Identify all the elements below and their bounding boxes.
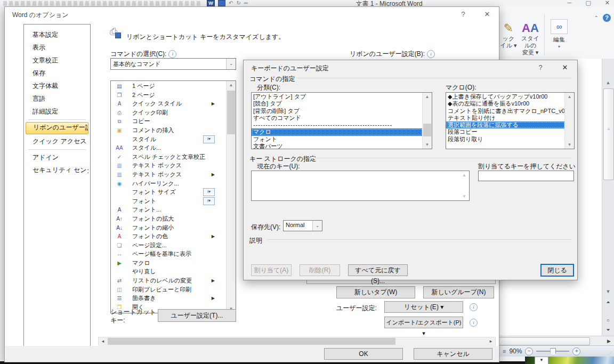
scroll-right-icon[interactable]: ▶ xyxy=(607,337,611,345)
command-row[interactable]: ▶マクロ xyxy=(111,258,227,268)
remove-button[interactable]: 削除(R) xyxy=(300,264,340,276)
command-row[interactable]: Aクイック スタイル▶ xyxy=(111,99,227,108)
command-row[interactable]: AAスタイル... xyxy=(111,143,227,152)
command-row[interactable]: フォント サイズI▾ xyxy=(111,188,227,197)
zoom-out-icon[interactable]: − xyxy=(525,347,533,355)
command-row[interactable]: ✓スペル チェックと文章校正 xyxy=(111,152,227,161)
dialog-help-button[interactable]: ? xyxy=(532,62,548,74)
close-button[interactable]: 閉じる xyxy=(540,264,574,277)
document-horizontal-scrollbar[interactable]: ▶ xyxy=(498,336,614,346)
list-divider-row[interactable]: ----------------------------------------… xyxy=(252,122,423,128)
command-row[interactable]: ❐2 ページ xyxy=(111,91,227,100)
undo-icon[interactable]: ↶ xyxy=(229,0,233,6)
sidebar-item[interactable]: 表示 xyxy=(26,42,88,53)
choose-commands-dropdown[interactable]: 基本的なコマンド ⌄ xyxy=(110,58,236,70)
category-row[interactable]: [アウトライン] タブ xyxy=(252,93,423,100)
next-page-icon[interactable]: ⏷ xyxy=(603,326,613,334)
macro-row[interactable]: ◆上書き保存してバックアップv10r00 xyxy=(446,93,565,100)
command-row[interactable]: ⇄リストのレベルの変更▶ xyxy=(111,276,227,285)
sidebar-item[interactable]: クイック アクセス ツール バー xyxy=(26,136,88,147)
sidebar-item[interactable]: 詳細設定 xyxy=(26,106,88,117)
assign-button[interactable]: 割り当て(A) xyxy=(251,264,292,276)
scroll-thumb[interactable] xyxy=(227,91,235,134)
command-row[interactable]: Aフォントの色▶ xyxy=(111,232,227,241)
minimize-ribbon-icon[interactable]: ⌃ xyxy=(594,15,599,21)
command-row[interactable]: ▥テキスト ボックス xyxy=(111,161,227,170)
outline-view-icon[interactable]: ≡ xyxy=(503,348,506,354)
command-row[interactable]: ▥テキスト ボックス▶ xyxy=(111,170,227,179)
zoom-in-icon[interactable]: + xyxy=(572,347,580,355)
close-window-button[interactable]: ✕ xyxy=(605,0,610,5)
sidebar-item[interactable]: 文章校正 xyxy=(26,55,88,66)
command-row[interactable]: ▤1 ページ xyxy=(111,82,227,91)
scroll-down-mini-icon[interactable]: ▼ xyxy=(535,357,548,364)
help-icon[interactable]: ? xyxy=(603,14,611,22)
sidebar-item[interactable]: 言語 xyxy=(26,93,88,104)
reset-button[interactable]: リセット(E) ▾ xyxy=(384,301,463,313)
command-row[interactable]: ↔ページ幅を基準に表示 xyxy=(111,249,227,258)
scroll-thumb[interactable] xyxy=(108,338,395,345)
zoom-slider[interactable] xyxy=(536,351,569,352)
command-row[interactable]: やり直し xyxy=(111,267,227,276)
editing-button[interactable]: ∞ 編集 ▾ xyxy=(547,19,571,50)
macro-row[interactable]: 選択範囲を段落に拡張する xyxy=(446,122,565,128)
ok-button[interactable]: OK xyxy=(324,348,403,360)
scroll-down-icon[interactable]: ▼ xyxy=(603,288,613,296)
category-row[interactable]: [背景の削除] タブ xyxy=(252,108,423,115)
resize-grip[interactable]: ⋰ xyxy=(608,351,613,355)
cancel-button[interactable]: キャンセル xyxy=(414,348,492,360)
macro-row[interactable]: テキスト貼り付け xyxy=(446,115,565,122)
minimize-button[interactable]: ─ xyxy=(568,0,572,5)
commands-list[interactable]: ▤1 ページ❐2 ページAクイック スタイル▶⎙クイック印刷⧉コピー▣コメントの… xyxy=(110,80,236,313)
macro-row[interactable]: コメントを別紙に書き出すマクロ_nPTC_v09r00 xyxy=(446,108,565,115)
command-row[interactable]: A↑フォントの拡大 xyxy=(111,214,227,223)
scroll-up-icon[interactable]: ▲ xyxy=(227,81,236,89)
sidebar-item[interactable]: 基本設定 xyxy=(26,29,88,41)
save-in-dropdown[interactable]: Normal ⌄ xyxy=(283,220,322,231)
qat-customize-icon[interactable]: ═ xyxy=(244,0,248,6)
word-app-icon[interactable]: W xyxy=(207,0,215,6)
current-keys-list[interactable]: ▲ ▼ xyxy=(251,171,470,201)
dialog-close-button[interactable]: ✕ xyxy=(557,62,573,74)
categories-scrollbar[interactable]: ▲ ▼ xyxy=(422,93,432,149)
save-icon[interactable] xyxy=(218,0,225,6)
maximize-button[interactable]: ▢ xyxy=(585,0,591,5)
categories-list[interactable]: [アウトライン] タブ[競合] タブ[背景の削除] タブすべてのコマンド----… xyxy=(251,92,432,149)
new-shortcut-key-input[interactable] xyxy=(478,171,574,181)
category-row[interactable]: [競合] タブ xyxy=(252,100,423,107)
command-row[interactable]: ❏ページ設定... xyxy=(111,241,227,250)
vertical-scrollbar[interactable]: ▲ ≡ ▼ ⏶ ○ ⏷ xyxy=(602,59,614,336)
category-row[interactable]: マクロ xyxy=(252,128,423,135)
dialog-close-button[interactable]: ✕ xyxy=(479,9,495,20)
vertical-scroll-thumb[interactable]: ≡ xyxy=(603,88,614,180)
command-row[interactable]: A↓フォントの縮小 xyxy=(111,223,227,232)
commands-list-scrollbar[interactable]: ▲ ▼ xyxy=(226,81,236,313)
command-row[interactable]: ▣コメントの挿入 xyxy=(111,126,227,135)
command-row[interactable]: ⧉コピー xyxy=(111,117,227,126)
category-row[interactable]: すべてのコマンド xyxy=(252,115,423,122)
command-row[interactable]: ◉ハイパーリンク... xyxy=(111,179,227,188)
sidebar-item[interactable]: リボンのユーザー設定 xyxy=(26,122,88,134)
macros-list[interactable]: ◆上書き保存してバックアップv10r00◆表の左端に通番を振るv10r00コメン… xyxy=(446,92,575,149)
sidebar-item[interactable]: 文字体裁 xyxy=(26,80,88,92)
new-group-button[interactable]: 新しいグループ(N) xyxy=(423,286,494,298)
sidebar-item[interactable]: 保存 xyxy=(26,68,88,79)
browse-object-icon[interactable]: ○ xyxy=(603,317,613,325)
reset-all-button[interactable]: すべて元に戻す(S)... xyxy=(348,264,408,276)
sidebar-item[interactable]: アドイン xyxy=(26,152,88,163)
scroll-up-icon[interactable]: ▲ xyxy=(565,93,574,101)
sidebar-item[interactable]: セキュリティ センター xyxy=(26,165,88,176)
category-row[interactable]: 文書パーツ xyxy=(252,143,423,149)
command-row[interactable]: フォントI▾ xyxy=(111,197,227,206)
scroll-up-icon[interactable]: ▲ xyxy=(603,79,613,87)
scroll-down-icon[interactable]: ▼ xyxy=(565,141,574,149)
import-export-button[interactable]: インポート/エクスポート(P) ▾ xyxy=(384,317,463,328)
command-row[interactable]: Aフォント... xyxy=(111,205,227,214)
scroll-down-icon[interactable]: ▼ xyxy=(423,141,432,149)
customize-keyboard-button[interactable]: ユーザー設定(T)... xyxy=(158,309,236,322)
dialog-help-button[interactable]: ? xyxy=(455,9,471,20)
scroll-left-icon[interactable]: ◂ xyxy=(99,337,107,345)
zoom-slider-thumb[interactable] xyxy=(550,348,556,355)
command-row[interactable]: ⎙クイック印刷 xyxy=(111,108,227,117)
category-row[interactable]: フォント xyxy=(252,136,423,143)
